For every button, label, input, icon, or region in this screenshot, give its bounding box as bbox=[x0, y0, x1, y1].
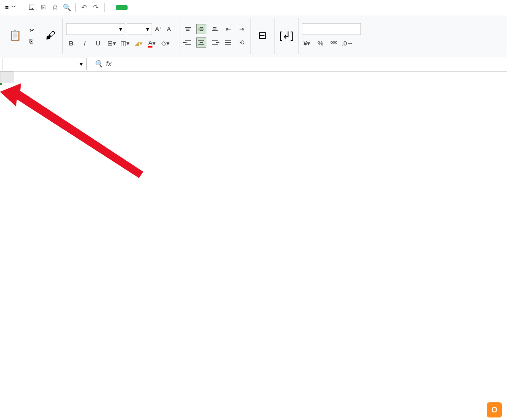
currency-button[interactable]: ¥▾ bbox=[302, 38, 312, 48]
formula-bar: ▾ 🔍 fx bbox=[0, 56, 507, 72]
align-top-button[interactable] bbox=[183, 24, 193, 34]
svg-marker-0 bbox=[0, 83, 143, 178]
watermark-icon: O bbox=[487, 402, 502, 417]
chevron-down-icon: ▾ bbox=[146, 26, 149, 32]
underline-button[interactable]: U bbox=[93, 38, 103, 48]
save-as-icon[interactable]: ⎘ bbox=[39, 3, 48, 12]
increase-indent-button[interactable]: ⇥ bbox=[237, 24, 247, 34]
separator bbox=[104, 3, 105, 12]
wrap-icon: [↲] bbox=[280, 29, 293, 42]
align-center-button[interactable] bbox=[196, 37, 206, 48]
chevron-down-icon: ▾ bbox=[119, 26, 122, 32]
clear-format-button[interactable]: ◇▾ bbox=[160, 38, 171, 48]
tab-insert[interactable] bbox=[130, 5, 142, 10]
italic-button[interactable]: I bbox=[80, 38, 90, 48]
font-size-select[interactable]: ▾ bbox=[127, 23, 152, 35]
orientation-button[interactable]: ⟲ bbox=[237, 37, 247, 48]
font-group: ▾ ▾ A⁺ A⁻ B I U ⊞▾ ◫▾ ◢▾ A▾ ◇▾ bbox=[63, 18, 179, 54]
chevron-down-icon: ﹀ bbox=[11, 3, 17, 11]
font-color-button[interactable]: A▾ bbox=[147, 38, 157, 48]
cut-button[interactable]: ✂ bbox=[28, 26, 38, 35]
watermark: O bbox=[487, 402, 504, 417]
print-preview-icon[interactable]: 🔍 bbox=[62, 3, 72, 12]
merge-icon: ⊟ bbox=[256, 29, 269, 42]
ribbon: 📋 ✂ ⎘ 🖌 ▾ bbox=[0, 15, 507, 56]
alignment-group: ⇤ ⇥ ⟲ bbox=[179, 18, 251, 54]
file-menu[interactable]: ≡ ﹀ bbox=[2, 2, 20, 13]
bold-button[interactable]: B bbox=[66, 38, 76, 48]
tab-developer[interactable] bbox=[230, 5, 242, 10]
ribbon-tabs bbox=[116, 5, 256, 10]
tab-page-layout[interactable] bbox=[144, 5, 156, 10]
number-format-select[interactable] bbox=[302, 23, 361, 35]
merge-group: ⊟ bbox=[251, 18, 275, 54]
thousands-button[interactable]: ººº bbox=[329, 38, 339, 48]
select-all-corner[interactable] bbox=[0, 72, 13, 83]
tab-security[interactable] bbox=[216, 5, 228, 10]
undo-icon[interactable]: ↶ bbox=[80, 3, 89, 12]
column-headers bbox=[0, 72, 507, 83]
format-painter-button[interactable]: 🖌 bbox=[42, 27, 59, 45]
align-left-button[interactable] bbox=[183, 37, 193, 48]
zoom-icon[interactable]: 🔍 bbox=[94, 60, 103, 68]
selection-range bbox=[0, 83, 2, 85]
paste-icon: 📋 bbox=[8, 29, 22, 42]
name-box[interactable]: ▾ bbox=[3, 58, 87, 70]
print-icon[interactable]: ⎙ bbox=[51, 3, 60, 12]
fill-color-button[interactable]: ◢▾ bbox=[133, 38, 144, 48]
paste-button[interactable]: 📋 bbox=[7, 27, 24, 45]
separator bbox=[23, 3, 23, 12]
increase-font-icon[interactable]: A⁺ bbox=[154, 24, 164, 34]
tab-view[interactable] bbox=[202, 5, 213, 10]
border-button[interactable]: ⊞▾ bbox=[107, 38, 117, 48]
tab-formulas[interactable] bbox=[159, 5, 171, 10]
separator bbox=[75, 3, 76, 12]
tab-start[interactable] bbox=[116, 5, 128, 10]
tab-review[interactable] bbox=[187, 5, 199, 10]
cell-style-button[interactable]: ◫▾ bbox=[120, 38, 130, 48]
fx-area: 🔍 fx bbox=[89, 60, 116, 68]
formula-input[interactable] bbox=[116, 58, 507, 70]
hamburger-icon: ≡ bbox=[5, 4, 9, 11]
annotation-arrow bbox=[0, 83, 152, 193]
save-icon[interactable]: 🖫 bbox=[27, 3, 36, 12]
tab-data[interactable] bbox=[173, 5, 185, 10]
decrease-indent-button[interactable]: ⇤ bbox=[223, 24, 233, 34]
copy-icon: ⎘ bbox=[29, 38, 33, 45]
spreadsheet bbox=[0, 72, 507, 83]
number-group: ¥▾ % ººº .0→ bbox=[299, 18, 364, 54]
merge-center-button[interactable]: ⊟ bbox=[254, 27, 271, 45]
increase-decimal-button[interactable]: .0→ bbox=[342, 38, 352, 48]
wrap-text-button[interactable]: [↲] bbox=[278, 27, 295, 45]
font-name-select[interactable]: ▾ bbox=[66, 23, 125, 35]
percent-button[interactable]: % bbox=[315, 38, 326, 48]
menu-bar: ≡ ﹀ 🖫 ⎘ ⎙ 🔍 ↶ ↷ bbox=[0, 0, 507, 15]
align-right-button[interactable] bbox=[210, 37, 220, 48]
decrease-font-icon[interactable]: A⁻ bbox=[165, 24, 176, 34]
clipboard-group: 📋 ✂ ⎘ 🖌 bbox=[3, 18, 63, 54]
copy-button[interactable]: ⎘ bbox=[28, 37, 38, 45]
align-bottom-button[interactable] bbox=[210, 24, 220, 34]
tab-features[interactable] bbox=[245, 5, 256, 10]
fx-icon[interactable]: fx bbox=[106, 60, 111, 68]
redo-icon[interactable]: ↷ bbox=[91, 3, 101, 12]
cut-icon: ✂ bbox=[29, 27, 35, 34]
align-middle-button[interactable] bbox=[196, 24, 206, 34]
justify-button[interactable] bbox=[223, 37, 233, 48]
wrap-group: [↲] bbox=[275, 18, 299, 54]
brush-icon: 🖌 bbox=[44, 29, 57, 42]
chevron-down-icon: ▾ bbox=[80, 60, 83, 68]
